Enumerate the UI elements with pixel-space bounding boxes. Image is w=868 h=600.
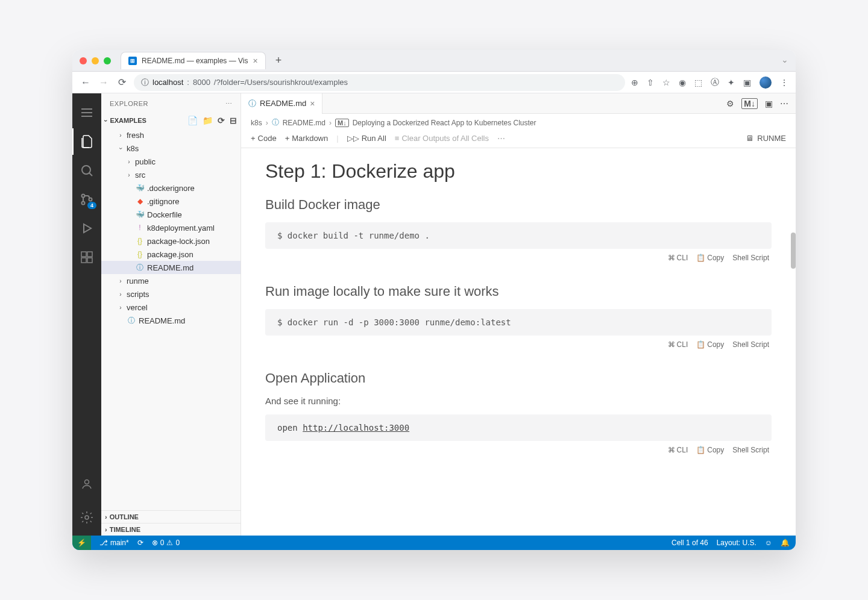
svg-rect-12 [87,258,92,263]
keyboard-layout[interactable]: Layout: U.S. [717,539,756,547]
copy-button[interactable]: 📋 Copy [696,254,724,262]
share-icon[interactable]: ⇧ [647,78,654,87]
tree-file-k8dep[interactable]: !k8deployment.yaml [101,221,241,234]
sync-button[interactable]: ⟳ [137,539,143,547]
ext-icon-2[interactable]: ⬚ [694,78,702,87]
sidebar-more-icon[interactable]: ⋯ [225,100,233,108]
tree-file-readme[interactable]: ⓘREADME.md [101,261,241,274]
url-port: 8000 [193,78,210,87]
new-file-icon[interactable]: 📄 [187,116,198,125]
copy-button[interactable]: 📋 Copy [696,340,724,349]
notifications-icon[interactable]: 🔔 [781,539,790,547]
svg-point-7 [89,198,92,201]
tree-file-pkg[interactable]: {}package.json [101,248,241,261]
search-icon[interactable] [72,157,101,184]
status-bar: ⚡ ⎇main* ⟳ ⊗0 ⚠0 Cell 1 of 46 Layout: U.… [72,536,796,550]
tree-folder-k8s[interactable]: ›k8s [101,142,241,155]
close-tab-icon[interactable]: × [253,56,258,66]
tree-folder-fresh[interactable]: ›fresh [101,128,241,142]
markdown-badge[interactable]: M↓ [741,98,758,109]
tree-file-dockerignore[interactable]: 🐳.dockerignore [101,181,241,195]
ext-icon-1[interactable]: ◉ [679,78,686,87]
collapse-all-icon[interactable]: ⊟ [230,116,237,125]
heading-run: Run image locally to make sure it works [265,284,772,299]
extensions-icon[interactable]: ✦ [728,78,735,87]
code-cell-2[interactable]: $ docker run -d -p 3000:3000 runme/demo:… [265,309,772,336]
zoom-icon[interactable]: ⊕ [631,78,638,87]
ext-icon-3[interactable]: Ⓐ [711,77,719,88]
info-icon: ⓘ [135,263,145,272]
new-folder-icon[interactable]: 📁 [203,116,213,125]
panel-icon[interactable]: ▣ [743,78,751,87]
branch-status[interactable]: ⎇main* [99,539,129,547]
branch-icon: ⎇ [99,539,108,547]
timeline-section[interactable]: ›TIMELINE [101,523,241,536]
cell-position[interactable]: Cell 1 of 46 [671,539,708,547]
more-actions-icon[interactable]: ⋯ [780,99,788,108]
source-control-icon[interactable]: 4 [72,186,101,213]
code-cell-1[interactable]: $ docker build -t runme/demo . [265,222,772,249]
maximize-window-button[interactable] [104,57,111,64]
close-window-button[interactable] [80,57,87,64]
reload-button[interactable]: ⟳ [116,77,128,88]
split-editor-icon[interactable]: ▣ [765,99,773,108]
refresh-icon[interactable]: ⟳ [218,116,225,125]
clear-icon: ≡ [395,134,400,143]
notebook-content: Step 1: Dockerize app Build Docker image… [241,148,796,536]
browser-tab[interactable]: ⊞ README.md — examples — Vis × [121,52,266,69]
minimize-window-button[interactable] [92,57,99,64]
cli-button[interactable]: ⌘ CLI [668,254,688,262]
explorer-icon[interactable] [72,128,101,155]
tree-file-pkglock[interactable]: {}package-lock.json [101,234,241,248]
chrome-menu-icon[interactable]: ⋮ [780,78,788,87]
crumb-heading[interactable]: Deploying a Dockerized React App to Kube… [353,119,536,127]
bookmark-icon[interactable]: ☆ [662,78,670,87]
clear-outputs-button[interactable]: ≡Clear Outputs of All Cells [395,134,489,143]
tree-file-dockerfile[interactable]: 🐳Dockerfile [101,208,241,221]
scrollbar-thumb[interactable] [791,233,796,269]
editor-tab-readme[interactable]: ⓘ README.md × [241,93,322,114]
forward-button[interactable]: → [98,77,110,88]
problems-status[interactable]: ⊗0 ⚠0 [152,539,180,547]
tree-folder-src[interactable]: ›src [101,168,241,181]
debug-icon[interactable] [72,215,101,242]
add-code-button[interactable]: +Code [251,134,277,143]
crumb-file[interactable]: README.md [283,119,326,127]
tree-folder-public[interactable]: ›public [101,155,241,168]
tree-file-readme-root[interactable]: ⓘREADME.md [101,314,241,327]
extensions-view-icon[interactable] [72,244,101,270]
run-all-button[interactable]: ▷▷Run All [347,134,386,143]
explorer-section-header[interactable]: › EXAMPLES 📄 📁 ⟳ ⊟ [101,114,241,127]
crumb-folder[interactable]: k8s [251,119,262,127]
runme-kernel-button[interactable]: 🖥RUNME [746,134,786,143]
menu-icon[interactable] [72,99,101,126]
remote-button[interactable]: ⚡ [72,536,91,550]
close-editor-tab-icon[interactable]: × [310,99,315,108]
add-markdown-button[interactable]: +Markdown [285,134,329,143]
feedback-icon[interactable]: ☺ [765,539,772,547]
chevron-down-icon[interactable]: ⌄ [781,55,788,64]
cli-button[interactable]: ⌘ CLI [668,446,688,454]
account-icon[interactable] [72,470,101,497]
site-info-icon[interactable]: ⓘ [141,77,149,88]
toolbar-more-icon[interactable]: ⋯ [497,134,505,143]
address-bar[interactable]: ⓘ localhost:8000/?folder=/Users/sourishk… [134,74,625,91]
settings-gear-icon[interactable] [72,504,101,531]
tree-folder-scripts[interactable]: ›scripts [101,287,241,301]
settings-icon[interactable]: ⚙ [726,99,734,108]
markdown-badge: M↓ [335,119,349,127]
tree-folder-vercel[interactable]: ›vercel [101,301,241,314]
shell-script-label[interactable]: Shell Script [732,340,769,349]
tree-file-gitignore[interactable]: ◆.gitignore [101,195,241,208]
code-cell-3[interactable]: open http://localhost:3000 [265,414,772,441]
profile-avatar[interactable] [760,77,772,89]
copy-button[interactable]: 📋 Copy [696,446,724,454]
back-button[interactable]: ← [80,77,92,88]
shell-script-label[interactable]: Shell Script [732,446,769,454]
breadcrumb[interactable]: k8s › ⓘ README.md › M↓ Deploying a Docke… [241,114,796,131]
tree-folder-runme[interactable]: ›runme [101,274,241,287]
new-tab-button[interactable]: + [271,54,287,67]
outline-section[interactable]: ›OUTLINE [101,510,241,523]
shell-script-label[interactable]: Shell Script [732,254,769,262]
cli-button[interactable]: ⌘ CLI [668,340,688,349]
